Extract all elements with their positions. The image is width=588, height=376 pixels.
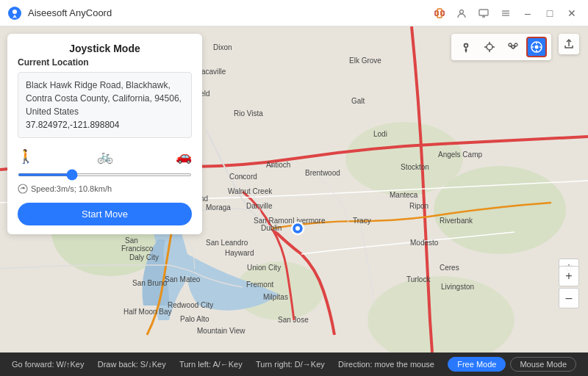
- maximize-btn[interactable]: □: [541, 4, 559, 22]
- titlebar-controls: – □ ✕: [431, 4, 581, 22]
- main-area: Santa Rosa Napa Vallejo Dixon Vacaville …: [0, 26, 588, 352]
- svg-text:Union City: Union City: [247, 264, 281, 272]
- svg-point-1: [12, 10, 17, 14]
- svg-text:Fremont: Fremont: [246, 281, 273, 289]
- svg-point-13: [345, 122, 463, 195]
- svg-text:San Jose: San Jose: [278, 316, 309, 324]
- svg-text:Daly City: Daly City: [129, 253, 159, 261]
- zoom-in-btn[interactable]: +: [559, 266, 579, 286]
- svg-text:Ripon: Ripon: [409, 202, 429, 210]
- svg-text:Tracy: Tracy: [353, 217, 371, 225]
- svg-text:Danville: Danville: [246, 202, 273, 210]
- start-move-btn[interactable]: Start Move: [18, 203, 192, 225]
- multi-pin-tool-btn[interactable]: [503, 37, 523, 57]
- svg-text:Lodi: Lodi: [373, 130, 387, 138]
- svg-text:Antioch: Antioch: [266, 161, 290, 169]
- svg-text:Moraga: Moraga: [206, 203, 231, 212]
- svg-point-5: [460, 10, 464, 13]
- svg-text:Dublin: Dublin: [261, 224, 282, 232]
- svg-text:San Mateo: San Mateo: [165, 275, 201, 283]
- svg-text:Livingston: Livingston: [441, 283, 474, 291]
- coords-text: 37.824972,-121.898804: [26, 120, 119, 130]
- svg-text:Turlock: Turlock: [406, 275, 431, 283]
- joystick-panel: Joystick Mode Current Location Black Haw…: [7, 34, 202, 234]
- svg-point-83: [509, 43, 512, 46]
- svg-text:Modesto: Modesto: [410, 239, 439, 247]
- svg-point-85: [514, 43, 517, 46]
- location-label: Current Location: [18, 57, 192, 68]
- share-icon-btn[interactable]: [431, 4, 448, 22]
- hint-direction: Direction: move the mouse: [338, 360, 434, 369]
- hint-right: Turn right: D/→Key: [256, 360, 325, 369]
- svg-text:Elk Grove: Elk Grove: [349, 57, 381, 65]
- svg-point-87: [535, 46, 539, 49]
- svg-text:Francisco: Francisco: [121, 245, 154, 253]
- svg-point-78: [487, 44, 492, 50]
- app-logo: [7, 6, 22, 21]
- speed-info: Speed:3m/s; 10.8km/h: [18, 184, 192, 194]
- free-mode-btn[interactable]: Free Mode: [448, 357, 506, 372]
- svg-text:Brentwood: Brentwood: [305, 169, 340, 177]
- hint-left: Turn left: A/←Key: [179, 360, 243, 369]
- transport-mode-row: 🚶 🚲 🚗: [18, 145, 192, 167]
- bike-mode-btn[interactable]: 🚲: [97, 148, 113, 164]
- svg-text:Stockton: Stockton: [401, 163, 429, 171]
- account-icon-btn[interactable]: [453, 4, 470, 22]
- svg-point-68: [241, 176, 244, 178]
- menu-icon-btn[interactable]: [497, 4, 514, 22]
- desktop-icon-btn[interactable]: [475, 4, 492, 22]
- speed-slider-row: [18, 173, 192, 176]
- bottom-bar: Go forward: W/↑Key Draw back: S/↓Key Tur…: [0, 352, 588, 376]
- svg-text:Palo Alto: Palo Alto: [180, 315, 209, 323]
- svg-text:Half Moon Bay: Half Moon Bay: [123, 308, 172, 316]
- svg-text:Dixon: Dixon: [213, 43, 232, 51]
- joystick-tool-btn[interactable]: [526, 37, 547, 57]
- speed-text: Speed:3m/s; 10.8km/h: [31, 184, 112, 193]
- export-btn[interactable]: [559, 34, 579, 54]
- hint-back: Draw back: S/↓Key: [98, 360, 166, 369]
- svg-text:Mountain View: Mountain View: [197, 327, 245, 335]
- mode-buttons: Free Mode Mouse Mode: [448, 357, 576, 372]
- svg-text:Walnut Creek: Walnut Creek: [228, 187, 273, 195]
- titlebar: Aiseesoft AnyCoord: [0, 0, 588, 26]
- svg-point-77: [465, 44, 468, 48]
- svg-point-14: [434, 166, 566, 254]
- address-box: Black Hawk Ridge Road, Blackhawk, Contra…: [18, 72, 192, 138]
- svg-text:Manteca: Manteca: [390, 191, 418, 199]
- svg-text:Hayward: Hayward: [225, 249, 254, 257]
- pin-tool-btn[interactable]: [456, 37, 476, 57]
- svg-text:Ceres: Ceres: [440, 264, 459, 272]
- minimize-btn[interactable]: –: [519, 4, 537, 22]
- walk-mode-btn[interactable]: 🚶: [18, 148, 34, 164]
- svg-text:San: San: [125, 236, 138, 245]
- titlebar-left: Aiseesoft AnyCoord: [7, 6, 112, 21]
- zoom-controls: + –: [559, 266, 579, 308]
- svg-text:San Leandro: San Leandro: [206, 239, 248, 247]
- svg-text:Riverbank: Riverbank: [440, 217, 473, 225]
- svg-text:Redwood City: Redwood City: [168, 301, 213, 309]
- svg-point-69: [270, 164, 273, 167]
- zoom-out-btn[interactable]: –: [559, 288, 579, 308]
- mouse-mode-btn[interactable]: Mouse Mode: [510, 357, 576, 372]
- svg-text:Galt: Galt: [351, 97, 365, 105]
- speed-slider[interactable]: [18, 173, 192, 176]
- app-title: Aiseesoft AnyCoord: [28, 7, 112, 18]
- svg-text:San Bruno: San Bruno: [132, 279, 168, 287]
- svg-text:Rio Vista: Rio Vista: [234, 109, 263, 118]
- svg-rect-6: [479, 10, 488, 15]
- svg-point-75: [295, 226, 300, 231]
- svg-text:Milpitas: Milpitas: [263, 293, 288, 301]
- hint-forward: Go forward: W/↑Key: [12, 360, 84, 369]
- speed-icon: [18, 184, 28, 194]
- map-toolbar: [451, 34, 551, 60]
- address-text: Black Hawk Ridge Road, Blackhawk, Contra…: [26, 80, 182, 117]
- crosshair-tool-btn[interactable]: [479, 37, 500, 57]
- svg-text:Angels Camp: Angels Camp: [438, 151, 482, 159]
- panel-title: Joystick Mode: [18, 43, 192, 54]
- close-btn[interactable]: ✕: [563, 4, 581, 22]
- car-mode-btn[interactable]: 🚗: [176, 148, 192, 164]
